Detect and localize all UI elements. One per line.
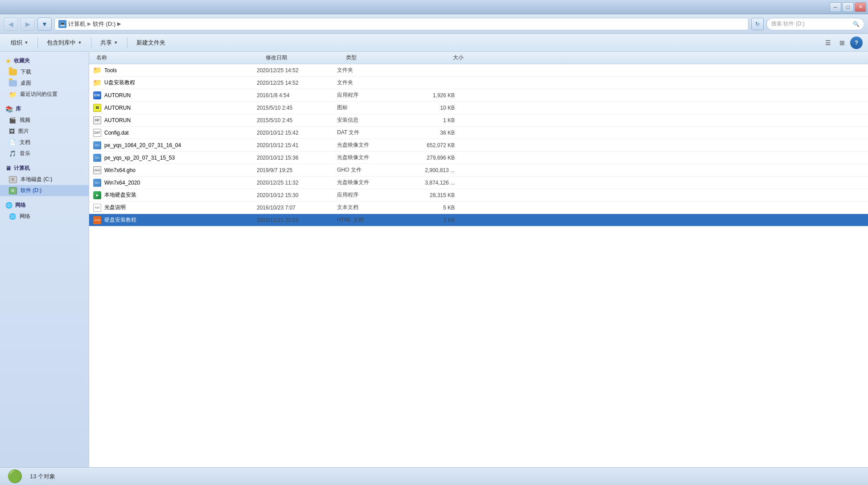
view-toggle-button[interactable]: ⊞: [836, 37, 848, 49]
star-icon: ★: [5, 58, 11, 65]
file-name: 本地硬盘安装: [104, 191, 136, 199]
table-row[interactable]: ISO Win7x64_2020 2020/12/25 11:32 光盘映像文件…: [89, 177, 868, 189]
file-name: 硬盘安装教程: [104, 216, 136, 224]
view-mode-button[interactable]: ☰: [822, 37, 834, 49]
status-logo: 🟢: [7, 469, 23, 484]
share-button[interactable]: 共享 ▼: [95, 36, 123, 49]
folder-icon-downloads: [9, 69, 17, 75]
table-row[interactable]: 📁 U盘安装教程 2020/12/25 14:52 文件夹: [89, 77, 868, 89]
file-name-cell: ISO pe_yqs_1064_20_07_31_16_04: [93, 141, 253, 150]
file-date: 2015/5/10 2:45: [253, 105, 333, 111]
breadcrumb-sep-1: ▶: [87, 21, 91, 27]
documents-icon: 📄: [9, 139, 16, 146]
sidebar-network-section: 🌐 网络 🌐 网络: [0, 200, 89, 222]
file-date: 2020/12/25 11:32: [253, 180, 333, 186]
file-area: 名称 修改日期 类型 大小 📁 Tools 2020/12/25 14:52 文…: [89, 52, 868, 467]
table-row[interactable]: TXT 光盘说明 2016/10/23 7:07 文本文档 5 KB: [89, 201, 868, 214]
file-type: 光盘映像文件: [333, 179, 405, 186]
column-name[interactable]: 名称: [93, 54, 262, 62]
file-type: 光盘映像文件: [333, 141, 405, 149]
search-placeholder: 搜索 软件 (D:): [771, 20, 805, 28]
iso-icon: ISO: [93, 141, 101, 149]
maximize-button[interactable]: □: [842, 2, 854, 12]
sidebar-item-network[interactable]: 🌐 网络: [0, 211, 89, 222]
file-size: 652,072 KB: [405, 142, 458, 148]
sidebar-favorites-header[interactable]: ★ 收藏夹: [0, 55, 89, 66]
img-icon: 🖼: [93, 104, 101, 112]
table-row[interactable]: ISO pe_yqs_xp_20_07_31_15_53 2020/10/12 …: [89, 152, 868, 164]
table-row[interactable]: ▶ 本地硬盘安装 2020/10/12 15:30 应用程序 28,315 KB: [89, 189, 868, 201]
file-name-cell: GHO Win7x64.gho: [93, 166, 253, 175]
sidebar-item-downloads[interactable]: 下载: [0, 66, 89, 78]
include-library-button[interactable]: 包含到库中 ▼: [41, 36, 87, 49]
file-name: Win7x64.gho: [104, 167, 136, 173]
file-date: 2016/11/21 22:03: [253, 217, 333, 223]
file-name: Config.dat: [104, 130, 129, 136]
sidebar-item-pictures[interactable]: 🖼 图片: [0, 126, 89, 137]
table-row[interactable]: ISO pe_yqs_1064_20_07_31_16_04 2020/10/1…: [89, 139, 868, 152]
file-name: AUTORUN: [104, 92, 131, 99]
table-row[interactable]: 🖼 AUTORUN 2015/5/10 2:45 图标 10 KB: [89, 102, 868, 114]
new-folder-button[interactable]: 新建文件夹: [131, 36, 171, 49]
file-name-cell: ISO Win7x64_2020: [93, 178, 253, 187]
table-row[interactable]: DAT Config.dat 2020/10/12 15:42 DAT 文件 3…: [89, 127, 868, 139]
file-icon-txt: TXT: [93, 203, 102, 212]
sidebar-computer-header[interactable]: 🖥 计算机: [0, 163, 89, 174]
file-name: AUTORUN: [104, 105, 131, 111]
table-row[interactable]: 📁 Tools 2020/12/25 14:52 文件夹: [89, 64, 868, 77]
table-row[interactable]: HTM 硬盘安装教程 2016/11/21 22:03 HTML 文档 3 KB: [89, 214, 868, 226]
file-name: pe_yqs_1064_20_07_31_16_04: [104, 142, 181, 148]
search-bar[interactable]: 搜索 软件 (D:) 🔍: [766, 18, 864, 30]
file-type: 光盘映像文件: [333, 154, 405, 161]
iso-icon: ISO: [93, 154, 101, 162]
html-icon: HTM: [93, 216, 101, 224]
file-icon-dat: DAT: [93, 128, 102, 137]
toolbar-separator-1: [37, 37, 38, 48]
music-icon: 🎵: [9, 150, 16, 157]
column-size[interactable]: 大小: [414, 54, 467, 62]
toolbar-separator-2: [91, 37, 91, 48]
sidebar-network-header[interactable]: 🌐 网络: [0, 200, 89, 211]
file-size: 1,926 KB: [405, 92, 458, 99]
table-row[interactable]: EXE AUTORUN 2016/1/8 4:54 应用程序 1,926 KB: [89, 89, 868, 102]
back-button[interactable]: ◀: [4, 17, 18, 31]
sidebar-item-music[interactable]: 🎵 音乐: [0, 148, 89, 159]
file-name-cell: DAT Config.dat: [93, 128, 253, 137]
column-type[interactable]: 类型: [342, 54, 414, 62]
file-date: 2020/10/12 15:42: [253, 130, 333, 136]
file-size: 28,315 KB: [405, 192, 458, 198]
sidebar-item-video[interactable]: 🎬 视频: [0, 115, 89, 126]
sidebar-library-section: 📚 库 🎬 视频 🖼 图片 📄 文档 🎵 音乐: [0, 103, 89, 159]
breadcrumb-bar: 💻 计算机 ▶ 软件 (D:) ▶: [54, 18, 749, 30]
column-date[interactable]: 修改日期: [262, 54, 342, 62]
forward-button[interactable]: ▶: [21, 17, 35, 31]
file-date: 2020/12/25 14:52: [253, 67, 333, 74]
video-icon: 🎬: [9, 117, 16, 123]
sidebar-item-documents[interactable]: 📄 文档: [0, 137, 89, 148]
sidebar-item-recent[interactable]: 📁 最近访问的位置: [0, 89, 89, 100]
breadcrumb-computer[interactable]: 计算机: [68, 20, 86, 28]
file-name-cell: ▶ 本地硬盘安装: [93, 191, 253, 200]
file-name: Win7x64_2020: [104, 180, 140, 186]
close-button[interactable]: ✕: [855, 2, 866, 12]
search-icon: 🔍: [853, 21, 860, 27]
organize-button[interactable]: 组织 ▼: [5, 36, 34, 49]
breadcrumb-expand[interactable]: ▶: [117, 21, 121, 27]
sidebar-item-drive-d[interactable]: D 软件 (D:): [0, 185, 89, 196]
sidebar-item-desktop[interactable]: 桌面: [0, 78, 89, 89]
breadcrumb-drive[interactable]: 软件 (D:): [93, 20, 115, 28]
refresh-button[interactable]: ↻: [751, 18, 764, 30]
file-size: 5 KB: [405, 205, 458, 211]
sidebar-library-header[interactable]: 📚 库: [0, 103, 89, 115]
file-type: 图标: [333, 104, 405, 111]
file-icon-img: 🖼: [93, 103, 102, 112]
gho-icon: GHO: [93, 166, 101, 174]
table-row[interactable]: GHO Win7x64.gho 2019/9/7 19:25 GHO 文件 2,…: [89, 164, 868, 177]
help-button[interactable]: ?: [850, 37, 863, 49]
sidebar-item-drive-c[interactable]: C 本地磁盘 (C:): [0, 174, 89, 185]
file-list-header: 名称 修改日期 类型 大小: [89, 52, 868, 64]
file-icon-html: HTM: [93, 216, 102, 225]
dropdown-button[interactable]: ▼: [37, 17, 52, 31]
minimize-button[interactable]: ─: [830, 2, 841, 12]
table-row[interactable]: INF AUTORUN 2015/5/10 2:45 安装信息 1 KB: [89, 114, 868, 127]
